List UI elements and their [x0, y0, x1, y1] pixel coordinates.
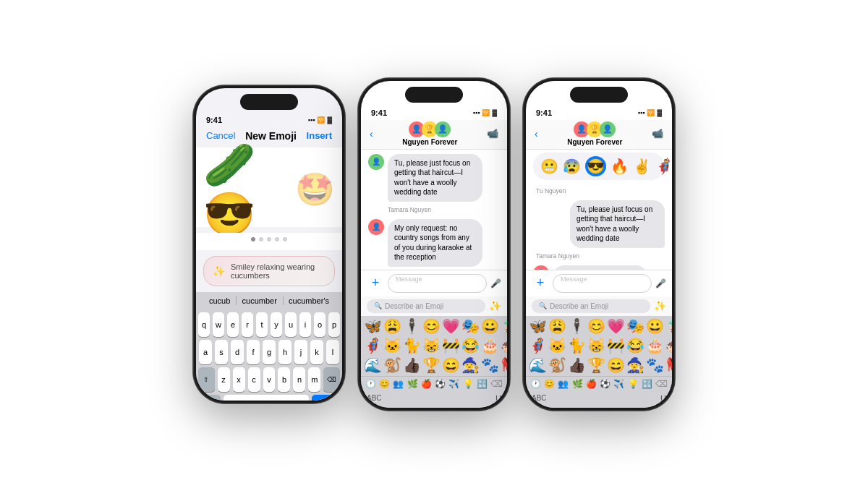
emoji-cell-3[interactable]: 😀	[646, 317, 664, 335]
emoji-search-input-2[interactable]: 🔍 Describe an Emoji	[367, 299, 485, 313]
reaction-cool[interactable]: 😎	[585, 156, 606, 176]
message-input-2[interactable]: Message	[388, 274, 487, 293]
autocomplete-3[interactable]: cucumber's	[283, 296, 335, 305]
autocomplete-1[interactable]: cucub	[203, 296, 236, 305]
emoji-cell[interactable]: 🧋	[501, 317, 507, 335]
key-k[interactable]: k	[310, 340, 323, 364]
emoji-cell-3[interactable]: 🦸	[529, 337, 547, 355]
emoji-cell[interactable]: 🐾	[481, 356, 499, 374]
key-123[interactable]: 123	[200, 395, 221, 401]
emoji-cat-symbols[interactable]: 🔣	[477, 379, 488, 389]
key-f[interactable]: f	[247, 340, 260, 364]
emoji-cell[interactable]: 👍🏿	[403, 356, 421, 374]
emoji-cell[interactable]: 🧙	[461, 356, 480, 374]
emoji-cell-3[interactable]: 😸	[587, 337, 605, 355]
emoji-cell[interactable]: 🐒	[383, 356, 401, 374]
key-t[interactable]: t	[256, 312, 268, 337]
key-n[interactable]: n	[293, 367, 305, 392]
emoji-cat-people-3[interactable]: 👥	[558, 379, 569, 389]
emoji-cell-3[interactable]: 👍🏿	[568, 356, 586, 374]
emoji-cell-3[interactable]: 💗	[607, 317, 625, 335]
message-input-3[interactable]: Message	[553, 274, 652, 293]
emoji-cat-food-3[interactable]: 🍎	[586, 379, 597, 389]
video-call-button-3[interactable]: 📹	[652, 128, 663, 139]
chat-name-3[interactable]: Nguyen Forever	[538, 138, 652, 146]
emoji-cell-3[interactable]: 🧙	[626, 356, 644, 374]
emoji-cell-3[interactable]: 🏆	[587, 356, 605, 374]
key-r[interactable]: r	[242, 312, 253, 337]
emoji-cell-3[interactable]: 🐒	[548, 356, 566, 374]
mic-button-3[interactable]: 🎤	[655, 278, 666, 288]
key-shift[interactable]: ⇧	[198, 367, 215, 392]
emoji-cell[interactable]: 🐈	[403, 337, 421, 355]
key-x[interactable]: x	[233, 367, 245, 392]
emoji-cell[interactable]: 😀	[481, 317, 499, 335]
key-s[interactable]: s	[215, 340, 228, 364]
key-g[interactable]: g	[263, 340, 276, 364]
key-e[interactable]: e	[227, 312, 239, 337]
key-j[interactable]: j	[294, 340, 307, 364]
emoji-cell[interactable]: 🦋	[364, 317, 382, 335]
key-z[interactable]: z	[218, 367, 230, 392]
emoji-cell-3[interactable]: 🦋	[529, 317, 547, 335]
reaction-peace[interactable]: ✌️	[633, 158, 651, 175]
reaction-scared[interactable]: 😰	[563, 158, 581, 175]
emoji-cell[interactable]: 🎂	[481, 337, 499, 355]
emoji-cat-recent-3[interactable]: 🕐	[530, 379, 541, 389]
emoji-cell-3[interactable]: 😄	[607, 356, 625, 374]
key-l[interactable]: l	[326, 340, 339, 364]
insert-button[interactable]: Insert	[307, 130, 332, 141]
emoji-cat-travel-3[interactable]: ✈️	[613, 379, 624, 389]
key-h[interactable]: h	[278, 340, 292, 364]
abc-label-3[interactable]: ABC	[532, 394, 547, 403]
key-p[interactable]: p	[328, 312, 340, 337]
emoji-cell[interactable]: 🏆	[422, 356, 441, 374]
abc-label-2[interactable]: ABC	[367, 394, 382, 403]
reaction-grimace[interactable]: 😬	[540, 158, 558, 175]
mic-button-2[interactable]: 🎤	[490, 278, 501, 288]
emoji-cat-people[interactable]: 👥	[393, 379, 404, 389]
key-done[interactable]: done	[312, 395, 338, 401]
emoji-cat-nature-3[interactable]: 🌿	[572, 379, 583, 389]
emoji-cell-3[interactable]: 🐈	[568, 337, 586, 355]
key-w[interactable]: w	[213, 312, 224, 337]
emoji-cell[interactable]: 💗	[442, 317, 460, 335]
emoji-cell[interactable]: 👠	[501, 356, 507, 374]
autocomplete-2[interactable]: cucumber	[237, 296, 283, 305]
emoji-cat-objects[interactable]: 💡	[463, 379, 474, 389]
key-i[interactable]: i	[299, 312, 311, 337]
emoji-cell-3[interactable]: 🚧	[607, 337, 625, 355]
emoji-cat-activities-3[interactable]: ⚽	[600, 379, 610, 389]
key-c[interactable]: c	[248, 367, 260, 392]
chat-name-2[interactable]: Nguyen Forever	[373, 138, 487, 146]
video-call-button-2[interactable]: 📹	[487, 128, 498, 139]
emoji-cat-nature[interactable]: 🌿	[407, 379, 418, 389]
key-q[interactable]: q	[198, 312, 210, 337]
emoji-cell-3[interactable]: 👠	[665, 356, 672, 374]
emoji-cell[interactable]: 😸	[422, 337, 441, 355]
emoji-cell-3[interactable]: 🌊	[529, 356, 547, 374]
emoji-cat-delete[interactable]: ⌫	[490, 379, 503, 389]
emoji-cat-recent[interactable]: 🕐	[365, 379, 376, 389]
reaction-fire[interactable]: 🔥	[610, 158, 629, 175]
key-a[interactable]: a	[199, 340, 212, 364]
emoji-cell[interactable]: 😂	[461, 337, 480, 355]
key-y[interactable]: y	[271, 312, 282, 337]
emoji-cat-delete-3[interactable]: ⌫	[655, 379, 668, 389]
key-v[interactable]: v	[263, 367, 276, 392]
key-o[interactable]: o	[314, 312, 326, 337]
key-space[interactable]: space	[224, 395, 309, 401]
key-d[interactable]: d	[231, 340, 244, 364]
emoji-cat-symbols-3[interactable]: 🔣	[642, 379, 652, 389]
emoji-cell[interactable]: 🦸	[364, 337, 382, 355]
emoji-cat-activities[interactable]: ⚽	[435, 379, 446, 389]
key-delete[interactable]: ⌫	[323, 367, 340, 392]
emoji-cell-3[interactable]: 😩	[548, 317, 566, 335]
plus-button-3[interactable]: +	[532, 275, 549, 291]
emoji-cell[interactable]: 😊	[422, 317, 441, 335]
emoji-cell-3[interactable]: 🧋	[665, 317, 672, 335]
plus-button-2[interactable]: +	[367, 275, 384, 291]
prompt-bar[interactable]: ✨ Smiley relaxing wearing cucumbers	[203, 256, 335, 286]
emoji-search-input-3[interactable]: 🔍 Describe an Emoji	[532, 299, 650, 313]
emoji-gen-icon-3[interactable]: ✨	[654, 300, 666, 312]
